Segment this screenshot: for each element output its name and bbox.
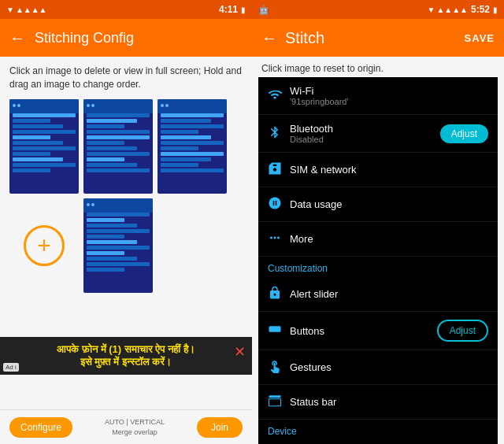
customization-section-label: Customization xyxy=(258,257,498,277)
settings-item-bluetooth[interactable]: Bluetooth Disabled Adjust xyxy=(258,115,498,153)
settings-item-more[interactable]: More xyxy=(258,222,498,257)
statusbar-icon xyxy=(268,394,290,411)
settings-item-wifi[interactable]: Wi-Fi '91springboard' xyxy=(258,77,498,115)
left-back-button[interactable]: ← xyxy=(9,29,25,47)
add-image-container: + xyxy=(9,198,79,293)
wifi-icon xyxy=(268,87,290,105)
settings-item-buttons[interactable]: Buttons Adjust xyxy=(258,312,498,350)
alert-text: Alert slider xyxy=(290,288,488,300)
save-button[interactable]: SAVE xyxy=(465,32,495,44)
settings-item-gestures[interactable]: Gestures xyxy=(258,350,498,385)
right-android-icon: 🤖 xyxy=(258,5,269,15)
more-text: More xyxy=(290,233,488,245)
right-instruction: Click image to reset to origin. xyxy=(252,57,504,77)
thumbnail-3[interactable] xyxy=(158,99,227,194)
left-status-time: 4:11 xyxy=(219,4,238,15)
buttons-text: Buttons xyxy=(290,325,437,337)
sim-text: SIM & network xyxy=(290,164,488,176)
left-sb-signal: ▼ ▲▲▲▲ xyxy=(6,6,219,14)
buttons-icon xyxy=(268,322,290,339)
data-text: Data usage xyxy=(290,198,488,210)
left-bottom-bar: Configure AUTO | VERTICAL Merge overlap … xyxy=(0,409,252,444)
thumbnail-grid: + xyxy=(9,99,243,293)
buttons-adjust-button[interactable]: Adjust xyxy=(437,320,488,342)
alert-icon xyxy=(268,286,290,303)
right-status-time: 5:52 xyxy=(471,4,490,15)
ad-label: Ad i xyxy=(3,363,19,372)
device-section-label: Device xyxy=(258,420,498,440)
svg-rect-1 xyxy=(269,395,281,398)
bluetooth-icon xyxy=(268,125,290,142)
ad-text-line2: इसे मुफ़्त में इन्स्टॉल करें। xyxy=(80,356,172,368)
bottom-info: AUTO | VERTICAL Merge overlap xyxy=(105,417,165,437)
gestures-icon xyxy=(268,359,290,376)
left-toolbar: ← Stitching Config xyxy=(0,19,252,57)
svg-rect-0 xyxy=(269,326,281,332)
settings-item-sim[interactable]: SIM & network xyxy=(258,153,498,187)
right-panel: 🤖 ▼ ▲▲▲▲ 5:52 ▮ ← Stitch SAVE Click imag… xyxy=(252,0,504,444)
right-sb-android: 🤖 xyxy=(258,5,427,15)
right-battery-icon: ▮ xyxy=(493,6,498,14)
left-instruction: Click an image to delete or view in full… xyxy=(9,65,243,91)
svg-rect-2 xyxy=(269,398,281,405)
right-signal-bars: ▲▲▲▲ xyxy=(436,6,468,14)
right-back-button[interactable]: ← xyxy=(261,29,277,47)
thumbnail-1[interactable] xyxy=(9,99,79,194)
ad-text-line1: आपके फ़ोन में (1) समाचार ऐप नहीं है। xyxy=(57,343,195,356)
thumbnail-2[interactable] xyxy=(83,99,153,194)
right-toolbar: ← Stitch SAVE xyxy=(252,19,504,57)
thumbnail-4[interactable] xyxy=(83,198,153,293)
bluetooth-adjust-button[interactable]: Adjust xyxy=(440,124,488,143)
bluetooth-text: Bluetooth Disabled xyxy=(290,123,440,144)
configure-button[interactable]: Configure xyxy=(9,417,72,438)
sim-icon xyxy=(268,161,290,179)
wifi-text: Wi-Fi '91springboard' xyxy=(290,85,488,106)
settings-list: Wi-Fi '91springboard' Bluetooth Disabled… xyxy=(258,77,498,444)
settings-item-alert[interactable]: Alert slider xyxy=(258,277,498,312)
more-icon xyxy=(268,231,290,248)
left-battery-icon: ▮ xyxy=(241,6,246,14)
gestures-text: Gestures xyxy=(290,361,488,373)
right-toolbar-title: Stitch xyxy=(285,29,324,47)
settings-item-data[interactable]: Data usage xyxy=(258,187,498,222)
data-icon xyxy=(268,196,290,213)
settings-item-display[interactable]: Display xyxy=(258,440,498,444)
settings-item-statusbar[interactable]: Status bar xyxy=(258,385,498,420)
left-wifi-icon: ▼ xyxy=(6,6,14,14)
right-statusbar: 🤖 ▼ ▲▲▲▲ 5:52 ▮ xyxy=(252,0,504,19)
join-button[interactable]: Join xyxy=(197,417,243,438)
right-toolbar-left: ← Stitch xyxy=(261,29,324,47)
left-panel: ▼ ▲▲▲▲ 4:11 ▮ ← Stitching Config Click a… xyxy=(0,0,252,444)
add-image-button[interactable]: + xyxy=(24,225,65,266)
ad-close-button[interactable]: ✕ xyxy=(234,343,246,361)
left-toolbar-title: Stitching Config xyxy=(35,30,134,46)
right-wifi-icon: ▼ xyxy=(427,6,435,14)
statusbar-text: Status bar xyxy=(290,396,488,408)
left-statusbar: ▼ ▲▲▲▲ 4:11 ▮ xyxy=(0,0,252,19)
left-content: Click an image to delete or view in full… xyxy=(0,57,252,409)
ad-banner: ✕ आपके फ़ोन में (1) समाचार ऐप नहीं है। इ… xyxy=(0,337,252,375)
left-signal-bars: ▲▲▲▲ xyxy=(16,6,47,14)
